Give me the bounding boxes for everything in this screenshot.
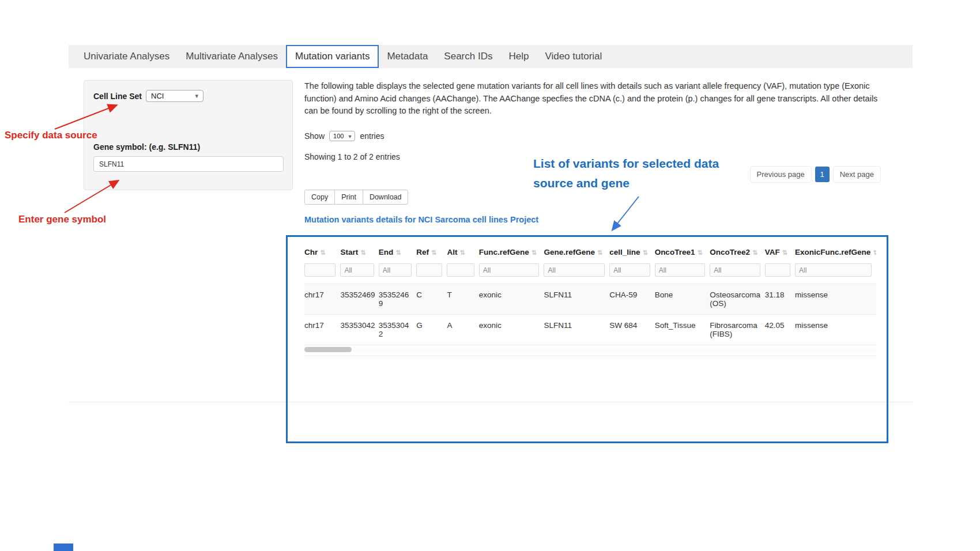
- table-cell: missense: [795, 284, 876, 315]
- table-cell: Bone: [655, 284, 710, 315]
- column-label: Chr: [304, 248, 318, 256]
- column-label: ExonicFunc.refGene: [795, 248, 870, 256]
- sort-icon: ⇅: [782, 249, 787, 256]
- table-cell: exonic: [479, 284, 544, 315]
- sort-icon: ⇅: [752, 249, 757, 256]
- annotation-variants-line2: source and gene: [533, 173, 719, 193]
- pagination: Previous page 1 Next page: [750, 166, 881, 183]
- column-header-start[interactable]: Start⇅: [340, 244, 378, 263]
- table-cell: missense: [795, 315, 876, 345]
- column-header-vaf[interactable]: VAF⇅: [765, 244, 795, 263]
- filter-input-exonicfunc-refgene[interactable]: [795, 263, 872, 277]
- column-label: End: [379, 248, 394, 256]
- tab-search-ids[interactable]: Search IDs: [436, 45, 500, 68]
- table-filter-row: [304, 263, 876, 284]
- table-cell: Fibrosarcoma (FIBS): [710, 315, 765, 345]
- sort-icon: ⇅: [873, 249, 876, 256]
- tab-description: The following table displays the selecte…: [304, 80, 880, 118]
- column-header-alt[interactable]: Alt⇅: [447, 244, 478, 263]
- annotation-variants-list: List of variants for selected data sourc…: [533, 154, 719, 193]
- column-header-func-refgene[interactable]: Func.refGene⇅: [479, 244, 544, 263]
- column-header-exonicfunc-refgene[interactable]: ExonicFunc.refGene⇅: [795, 244, 876, 263]
- variants-table: Chr⇅Start⇅End⇅Ref⇅Alt⇅Func.refGene⇅Gene.…: [304, 244, 876, 345]
- variants-table-area: Chr⇅Start⇅End⇅Ref⇅Alt⇅Func.refGene⇅Gene.…: [304, 244, 876, 356]
- cell-line-set-select[interactable]: NCI ▾: [146, 90, 203, 102]
- partial-blue-element: [54, 544, 73, 551]
- column-label: Start: [340, 248, 358, 256]
- column-label: Func.refGene: [479, 248, 529, 256]
- table-cell: chr17: [304, 315, 340, 345]
- tab-help[interactable]: Help: [500, 45, 537, 68]
- sort-icon: ⇅: [642, 249, 647, 256]
- tab-multivariate-analyses[interactable]: Multivariate Analyses: [178, 45, 286, 68]
- table-row: chr173535246935352469CTexonicSLFN11CHA-5…: [304, 284, 876, 315]
- column-header-gene-refgene[interactable]: Gene.refGene⇅: [544, 244, 609, 263]
- previous-page-button[interactable]: Previous page: [750, 166, 812, 183]
- print-button[interactable]: Print: [334, 190, 363, 205]
- filter-input-cell-line[interactable]: [609, 263, 650, 277]
- table-title: Mutation variants details for NCI Sarcom…: [304, 215, 538, 224]
- table-cell: chr17: [304, 284, 340, 315]
- download-button[interactable]: Download: [363, 190, 409, 205]
- tab-metadata[interactable]: Metadata: [379, 45, 436, 68]
- column-header-oncotree1[interactable]: OncoTree1⇅: [655, 244, 710, 263]
- filter-input-gene-refgene[interactable]: [544, 263, 605, 277]
- table-cell: 35353042: [379, 315, 416, 345]
- table-row: chr173535304235353042GAexonicSLFN11SW 68…: [304, 315, 876, 345]
- table-cell: SLFN11: [544, 284, 609, 315]
- filter-input-ref[interactable]: [416, 263, 442, 277]
- filter-input-alt[interactable]: [447, 263, 474, 277]
- sidebar-panel: Cell Line Set NCI ▾ Gene symbol: (e.g. S…: [84, 80, 293, 190]
- chevron-down-icon: ▾: [348, 133, 351, 139]
- sort-icon: ⇅: [697, 249, 702, 256]
- filter-input-chr[interactable]: [304, 263, 336, 277]
- horizontal-scrollbar-track[interactable]: [304, 347, 876, 352]
- tab-univariate-analyses[interactable]: Univariate Analyses: [76, 45, 178, 68]
- table-bottom-divider: [304, 356, 876, 356]
- column-header-ref[interactable]: Ref⇅: [416, 244, 447, 263]
- column-header-oncotree2[interactable]: OncoTree2⇅: [710, 244, 765, 263]
- column-header-end[interactable]: End⇅: [379, 244, 416, 263]
- annotation-specify-data-source: Specify data source: [5, 130, 97, 141]
- horizontal-scrollbar-thumb[interactable]: [304, 347, 352, 352]
- gene-symbol-label: Gene symbol: (e.g. SLFN11): [93, 142, 283, 152]
- table-cell: 42.05: [765, 315, 795, 345]
- filter-input-vaf[interactable]: [765, 263, 790, 277]
- table-cell: 35353042: [340, 315, 378, 345]
- table-cell: SW 684: [609, 315, 654, 345]
- column-header-chr[interactable]: Chr⇅: [304, 244, 340, 263]
- table-cell: 35352469: [379, 284, 416, 315]
- column-label: VAF: [765, 248, 780, 256]
- sort-icon: ⇅: [395, 249, 401, 256]
- filter-input-oncotree2[interactable]: [710, 263, 760, 277]
- dt-buttons: CopyPrintDownload: [304, 190, 408, 205]
- filter-input-func-refgene[interactable]: [479, 263, 540, 277]
- entries-per-page-value: 100: [333, 133, 344, 139]
- table-body: chr173535246935352469CTexonicSLFN11CHA-5…: [304, 284, 876, 345]
- tab-mutation-variants[interactable]: Mutation variants: [286, 45, 379, 68]
- current-page-button[interactable]: 1: [815, 167, 830, 182]
- table-cell: T: [447, 284, 478, 315]
- sort-icon: ⇅: [459, 249, 465, 256]
- annotation-variants-line1: List of variants for selected data: [533, 154, 719, 173]
- table-header-row: Chr⇅Start⇅End⇅Ref⇅Alt⇅Func.refGene⇅Gene.…: [304, 244, 876, 263]
- cell-line-set-value: NCI: [151, 92, 164, 100]
- table-info-text: Showing 1 to 2 of 2 entries: [304, 152, 400, 161]
- tab-video-tutorial[interactable]: Video tutorial: [537, 45, 610, 68]
- filter-input-end[interactable]: [379, 263, 412, 277]
- show-label: Show: [304, 131, 325, 141]
- sort-icon: ⇅: [532, 249, 537, 256]
- sort-icon: ⇅: [360, 249, 365, 256]
- table-cell: SLFN11: [544, 315, 609, 345]
- filter-input-start[interactable]: [340, 263, 374, 277]
- next-page-button[interactable]: Next page: [833, 166, 881, 183]
- copy-button[interactable]: Copy: [304, 190, 335, 205]
- filter-input-oncotree1[interactable]: [655, 263, 706, 277]
- gene-symbol-input[interactable]: [93, 156, 284, 172]
- column-header-cell-line[interactable]: cell_line⇅: [609, 244, 654, 263]
- table-cell: C: [416, 284, 447, 315]
- entries-per-page-select[interactable]: 100 ▾: [329, 131, 355, 141]
- table-cell: exonic: [479, 315, 544, 345]
- table-cell: 35352469: [340, 284, 378, 315]
- blue-arrow-variants-table: [613, 197, 639, 229]
